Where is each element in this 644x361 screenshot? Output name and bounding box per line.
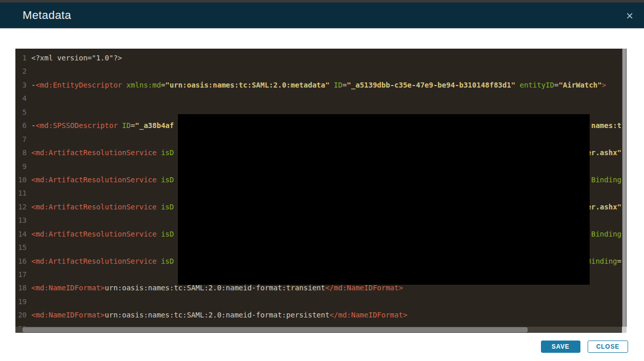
code-line: 3-<md:EntityDescriptor xmlns:md="urn:oas… <box>15 78 627 92</box>
horizontal-scrollbar[interactable] <box>15 327 622 333</box>
vertical-scrollbar-thumb[interactable] <box>622 49 626 333</box>
code-token: isD <box>161 230 174 238</box>
code-line: 1<?xml version="1.0"?> <box>15 51 627 65</box>
code-token: <md:ArtifactResolutionService <box>31 148 156 157</box>
horizontal-scrollbar-thumb[interactable] <box>23 327 528 332</box>
xml-code-editor[interactable]: 1<?xml version="1.0"?>23-<md:EntityDescr… <box>15 49 627 333</box>
scrollbar-corner <box>622 327 627 333</box>
line-number: 20 <box>15 308 27 322</box>
code-token: isD <box>161 148 174 157</box>
dialog-header: Metadata × <box>0 3 644 28</box>
code-token <box>118 121 122 130</box>
code-line-right-fragment: Binding= <box>587 254 621 268</box>
dialog-footer: SAVE CLOSE <box>541 341 628 353</box>
code-token <box>156 203 160 211</box>
code-token: "_a5139dbb-c35e-47e9-be94-b310148f83d1" <box>347 81 515 89</box>
line-number: 7 <box>15 133 27 146</box>
code-token: ID <box>334 81 343 89</box>
code-token <box>330 81 334 89</box>
line-number: 1 <box>15 51 27 65</box>
line-number: 13 <box>15 214 27 227</box>
line-number: 4 <box>15 92 27 105</box>
redacted-block <box>178 114 590 285</box>
code-token: <md:NameIDFormat> <box>31 284 105 292</box>
line-number: 9 <box>15 160 27 173</box>
line-number: 19 <box>15 295 27 308</box>
code-token <box>156 230 160 238</box>
code-token: Binding <box>587 257 617 265</box>
code-token <box>156 148 160 157</box>
code-line: 4 <box>15 92 627 105</box>
code-token: "_a38b4af <box>135 121 174 130</box>
line-number: 14 <box>15 227 27 241</box>
metadata-dialog: Metadata × 1<?xml version="1.0"?>23-<md:… <box>0 0 644 361</box>
code-token: <?xml version="1.0"?> <box>31 54 122 62</box>
code-token: <md:NameIDFormat> <box>31 311 105 319</box>
save-button[interactable]: SAVE <box>541 341 580 353</box>
line-number: 11 <box>15 186 27 200</box>
code-token: isD <box>161 203 174 211</box>
code-line-right-fragment: er.ashx" <box>587 146 621 159</box>
code-token: <md:ArtifactResolutionService <box>31 257 156 265</box>
code-token <box>515 81 519 89</box>
code-token: Binding <box>591 176 621 184</box>
line-number: 6 <box>15 119 27 132</box>
line-number: 12 <box>15 200 27 214</box>
code-token: urn:oasis:names:tc:SAML:2.0:nameid-forma… <box>105 284 325 292</box>
code-token: </md:NameIDFormat> <box>325 284 403 292</box>
code-token: entityID <box>520 81 554 89</box>
code-token: </md:NameIDFormat> <box>330 311 408 319</box>
line-number: 2 <box>15 65 27 78</box>
code-line: 20<md:NameIDFormat>urn:oasis:names:tc:SA… <box>15 308 627 322</box>
code-token: > <box>602 81 606 89</box>
code-token: isD <box>161 176 174 184</box>
code-token: "AirWatch" <box>558 81 601 89</box>
line-number: 10 <box>15 173 27 186</box>
close-button[interactable]: CLOSE <box>588 341 628 353</box>
code-token: <md:ArtifactResolutionService <box>31 176 156 184</box>
code-token: xmlns:md <box>126 81 160 89</box>
code-token: ID <box>122 121 131 130</box>
line-number: 18 <box>15 281 27 294</box>
line-number: 17 <box>15 268 27 281</box>
code-token: Binding <box>591 230 621 238</box>
code-token: <md:ArtifactResolutionService <box>31 230 156 238</box>
code-token: isD <box>161 257 174 265</box>
code-token <box>156 176 160 184</box>
close-icon[interactable]: × <box>621 8 638 24</box>
code-token <box>156 257 160 265</box>
code-token: "urn:oasis:names:tc:SAML:2.0:metadata" <box>165 81 329 89</box>
line-number: 16 <box>15 254 27 268</box>
code-token: <md:EntityDescriptor <box>35 81 122 89</box>
code-line: 19 <box>15 295 627 308</box>
code-token: er.ashx" <box>587 148 621 157</box>
line-number: 8 <box>15 146 27 159</box>
code-token: <md:SPSSODescriptor <box>35 121 117 130</box>
code-token: = <box>617 257 621 265</box>
line-number: 15 <box>15 241 27 254</box>
line-number: 5 <box>15 105 27 119</box>
code-token: urn:oasis:names:tc:SAML:2.0:nameid-forma… <box>105 311 329 319</box>
line-number: 3 <box>15 78 27 92</box>
code-line: 2 <box>15 65 627 78</box>
code-token: <md:ArtifactResolutionService <box>31 203 156 211</box>
dialog-title: Metadata <box>23 9 71 22</box>
vertical-scrollbar[interactable] <box>622 49 627 333</box>
